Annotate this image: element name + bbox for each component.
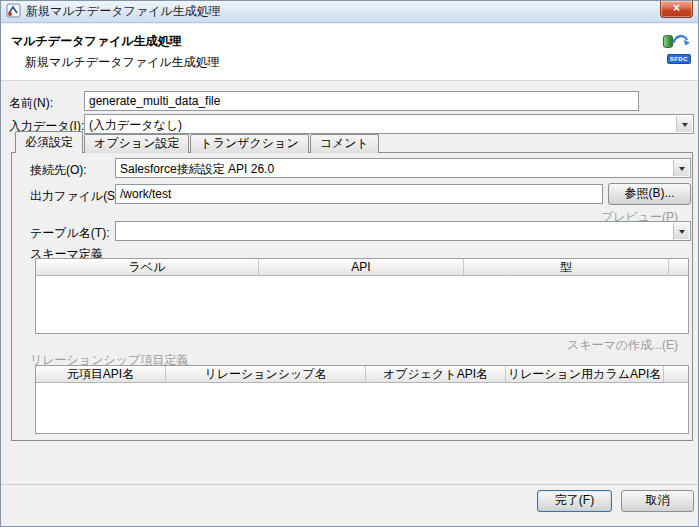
dialog-window: 新規マルチデータファイル生成処理 × マルチデータファイル生成処理 新規マルチデ… — [0, 0, 699, 527]
connection-value: Salesforce接続設定 API 26.0 — [116, 159, 690, 178]
schema-table-body[interactable] — [36, 276, 688, 333]
close-icon: × — [673, 1, 680, 15]
rel-col-column-api[interactable]: リレーション用カラムAPI名 — [506, 366, 664, 382]
chevron-down-icon[interactable] — [673, 223, 689, 239]
icon-badge: SFDC — [667, 54, 691, 64]
window-title: 新規マルチデータファイル生成処理 — [26, 3, 221, 20]
table-name-label: テーブル名(T): — [30, 225, 110, 242]
salesforce-generator-icon: SFDC — [663, 32, 691, 64]
schema-col-type[interactable]: 型 — [464, 259, 669, 275]
relationship-table: 元項目API名 リレーションシップ名 オブジェクトAPI名 リレーション用カラム… — [35, 365, 689, 434]
tab-comment[interactable]: コメント — [310, 134, 379, 153]
finish-button[interactable]: 完了(F) — [537, 490, 612, 512]
relationship-table-header: 元項目API名 リレーションシップ名 オブジェクトAPI名 リレーション用カラム… — [36, 366, 688, 383]
cancel-button[interactable]: 取消 — [621, 490, 694, 512]
tab-bar: 必須設定 オプション設定 トランザクション コメント — [11, 131, 380, 153]
schema-col-label[interactable]: ラベル — [36, 259, 259, 275]
required-settings-panel: 接続先(O): Salesforce接続設定 API 26.0 出力ファイル(S… — [11, 152, 693, 441]
name-input[interactable] — [84, 91, 639, 111]
rel-col-relationship-name[interactable]: リレーションシップ名 — [166, 366, 366, 382]
sync-arrow-icon — [671, 32, 691, 51]
schema-table-header: ラベル API 型 — [36, 259, 688, 276]
header-banner: マルチデータファイル生成処理 新規マルチデータファイル生成処理 SFDC — [1, 24, 698, 81]
header-subtitle: 新規マルチデータファイル生成処理 — [25, 54, 220, 71]
rel-col-source-api[interactable]: 元項目API名 — [36, 366, 166, 382]
connection-label: 接続先(O): — [30, 162, 87, 179]
schema-col-api[interactable]: API — [259, 259, 464, 275]
output-file-label: 出力ファイル(S): — [30, 188, 122, 205]
browse-button[interactable]: 参照(B)... — [608, 183, 691, 205]
schema-col-filler — [669, 259, 688, 275]
header-title: マルチデータファイル生成処理 — [11, 33, 182, 50]
chevron-down-icon[interactable] — [673, 160, 689, 176]
relationship-table-body[interactable] — [36, 383, 688, 433]
tab-required-settings[interactable]: 必須設定 — [15, 131, 83, 153]
connection-combobox[interactable]: Salesforce接続設定 API 26.0 — [115, 158, 691, 178]
name-label: 名前(N): — [9, 95, 53, 112]
tab-transaction[interactable]: トランザクション — [190, 134, 308, 153]
output-file-input[interactable] — [115, 184, 603, 204]
app-icon — [6, 3, 21, 21]
table-name-combobox[interactable] — [115, 221, 691, 241]
close-button[interactable]: × — [660, 1, 693, 18]
rel-col-filler — [664, 366, 688, 382]
rel-col-object-api[interactable]: オブジェクトAPI名 — [366, 366, 506, 382]
footer-divider — [1, 484, 698, 485]
table-name-value — [116, 222, 690, 224]
schema-table: ラベル API 型 — [35, 258, 689, 334]
chevron-down-icon[interactable] — [676, 116, 692, 132]
title-bar[interactable]: 新規マルチデータファイル生成処理 × — [1, 1, 698, 23]
create-schema-button[interactable]: スキーマの作成...(E) — [567, 337, 678, 354]
tab-option-settings[interactable]: オプション設定 — [84, 134, 189, 153]
